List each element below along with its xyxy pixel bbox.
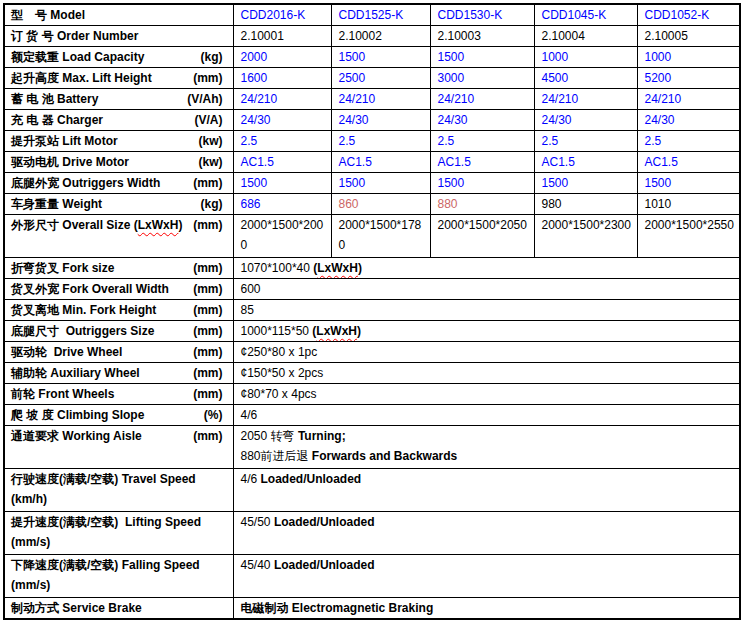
text-segment: 2.5 <box>542 134 559 148</box>
spec-value-cell: 1500 <box>430 173 534 194</box>
text-segment: 2500 <box>339 71 366 85</box>
spec-value-cell: 45/50 Loaded/Unloaded <box>233 512 740 555</box>
text-segment: 4500 <box>542 71 569 85</box>
row-unit: (V/Ah) <box>187 89 232 109</box>
spec-value-cell: 24/30 <box>637 110 740 131</box>
spec-value-cell: 1070*100*40 (LxWxH) <box>233 258 740 279</box>
text-segment: 600 <box>241 282 261 296</box>
text-segment: 4/6 <box>241 408 258 422</box>
spec-table: 型 号 ModelCDD2016-KCDD1525-KCDD1530-KCDD1… <box>3 3 741 620</box>
text-segment: 爬 坡 度 Climbing Slope <box>11 408 144 422</box>
spec-value-cell: 3000 <box>430 68 534 89</box>
text-segment: 1000 <box>542 50 569 64</box>
spec-value-cell: 2.10003 <box>430 26 534 47</box>
spec-value-cell: 1010 <box>637 194 740 215</box>
text-segment: 2000*1500*2550 <box>645 218 734 232</box>
text-segment: 860 <box>339 197 359 211</box>
text-segment: 2.10005 <box>645 29 688 43</box>
value-line: 4/6 <box>241 405 737 425</box>
row-label-line: 辅助轮 Auxiliary Wheel(mm) <box>11 363 233 383</box>
row-label-text: 驱动电机 Drive Motor <box>11 152 129 172</box>
spec-value-cell: 2000*1500*2000 <box>233 215 331 258</box>
text-segment: CDD1525-K <box>339 8 404 22</box>
row-label-line: 底腿外宽 Outriggers Width(mm) <box>11 173 233 193</box>
spec-value-cell: 24/210 <box>233 89 331 110</box>
text-segment: 24/210 <box>542 92 579 106</box>
row-label-text: 订 货 号 Order Number <box>11 26 138 46</box>
text-segment: ) <box>178 218 182 232</box>
spec-value-cell: 24/30 <box>233 110 331 131</box>
spec-value-cell: 1500 <box>233 173 331 194</box>
row-unit: (mm) <box>193 173 232 193</box>
row-unit: (kg) <box>201 47 233 67</box>
row-label-text: 下降速度(满载/空载) Falling Speed <box>11 555 200 575</box>
spec-value-cell: 686 <box>233 194 331 215</box>
row-label-text: 提升速度(满载/空载) Lifting Speed <box>11 512 201 532</box>
row-label: 制动方式 Service Brake <box>4 598 233 620</box>
text-segment: 型 号 Model <box>11 8 85 22</box>
spellcheck-flagged-text: LxWxH <box>316 324 357 338</box>
value-line: 45/40 Loaded/Unloaded <box>241 555 737 575</box>
value-line: 85 <box>241 300 737 320</box>
spec-value-cell: 880 <box>430 194 534 215</box>
row-label: 底腿外宽 Outriggers Width(mm) <box>4 173 233 194</box>
text-segment: CDD1530-K <box>438 8 503 22</box>
text-segment: 1010 <box>645 197 672 211</box>
row-label-text: 爬 坡 度 Climbing Slope <box>11 405 144 425</box>
text-segment: AC1.5 <box>339 155 372 169</box>
row-label-text: 制动方式 Service Brake <box>11 598 142 618</box>
row-label-line: 提升速度(满载/空载) Lifting Speed <box>11 512 233 532</box>
spec-value-cell: AC1.5 <box>637 152 740 173</box>
value-line: 880前进后退 Forwards and Backwards <box>241 446 737 466</box>
text-segment: 2.5 <box>339 134 356 148</box>
text-segment: 24/210 <box>241 92 278 106</box>
spec-value-cell: AC1.5 <box>233 152 331 173</box>
text-segment: 24/30 <box>438 113 468 127</box>
row-label-line: 前轮 Front Wheels(mm) <box>11 384 233 404</box>
spec-value-cell: 2000*1500*2300 <box>534 215 637 258</box>
row-label-line: 提升泵站 Lift Motor(kw) <box>11 131 233 151</box>
spec-value-cell: CDD1052-K <box>637 4 740 26</box>
row-label: 车身重量 Weight(kg) <box>4 194 233 215</box>
row-label-line: 制动方式 Service Brake <box>11 598 233 618</box>
row-label: 爬 坡 度 Climbing Slope(%) <box>4 405 233 426</box>
spec-value-cell: 1500 <box>430 47 534 68</box>
text-segment: 折弯货叉 Fork size <box>11 261 114 275</box>
table-row: 辅助轮 Auxiliary Wheel(mm)¢150*50 x 2pcs <box>4 363 740 384</box>
row-unit: (mm) <box>193 426 232 446</box>
text-segment: Forwards and Backwards <box>312 449 457 463</box>
spec-sheet: 型 号 ModelCDD2016-KCDD1525-KCDD1530-KCDD1… <box>0 0 742 620</box>
text-segment: 前轮 Front Wheels <box>11 387 114 401</box>
row-label: 驱动电机 Drive Motor(kw) <box>4 152 233 173</box>
spec-value-cell: 1000 <box>637 47 740 68</box>
spec-value-cell: 24/30 <box>331 110 430 131</box>
row-label-line: 货叉外宽 Fork Overall Width(mm) <box>11 279 233 299</box>
spec-value-cell: 2.5 <box>331 131 430 152</box>
text-segment: 2000*1500*1780 <box>339 218 422 252</box>
row-unit: (mm) <box>193 279 232 299</box>
spec-value-cell: 2500 <box>331 68 430 89</box>
row-unit: (mm) <box>193 300 232 320</box>
row-label: 提升速度(满载/空载) Lifting Speed(mm/s) <box>4 512 233 555</box>
text-segment: 充 电 器 Charger <box>11 113 103 127</box>
spec-table-body: 型 号 ModelCDD2016-KCDD1525-KCDD1530-KCDD1… <box>4 4 740 619</box>
value-line: 45/50 Loaded/Unloaded <box>241 512 737 532</box>
text-segment: 1500 <box>241 176 268 190</box>
value-line: 600 <box>241 279 737 299</box>
spec-value-cell: 2000*1500*2050 <box>430 215 534 258</box>
row-label-line: 通道要求 Working Aisle(mm) <box>11 426 233 446</box>
spec-value-cell: 24/210 <box>637 89 740 110</box>
table-row: 底腿尺寸 Outriggers Size(mm)1000*115*50 (LxW… <box>4 321 740 342</box>
text-segment: 24/30 <box>241 113 271 127</box>
row-unit: (mm/s) <box>11 575 233 595</box>
spellcheck-flagged-text: LxWxH <box>317 261 358 275</box>
row-label: 蓄 电 池 Battery(V/Ah) <box>4 89 233 110</box>
row-label: 下降速度(满载/空载) Falling Speed(mm/s) <box>4 555 233 598</box>
spec-value-cell: 2.10002 <box>331 26 430 47</box>
row-unit: (mm) <box>193 363 232 383</box>
table-row: 驱动电机 Drive Motor(kw)AC1.5AC1.5AC1.5AC1.5… <box>4 152 740 173</box>
row-label-text: 底腿尺寸 Outriggers Size <box>11 321 154 341</box>
row-label-line: 车身重量 Weight(kg) <box>11 194 233 214</box>
spec-value-cell: AC1.5 <box>430 152 534 173</box>
text-segment: AC1.5 <box>241 155 274 169</box>
